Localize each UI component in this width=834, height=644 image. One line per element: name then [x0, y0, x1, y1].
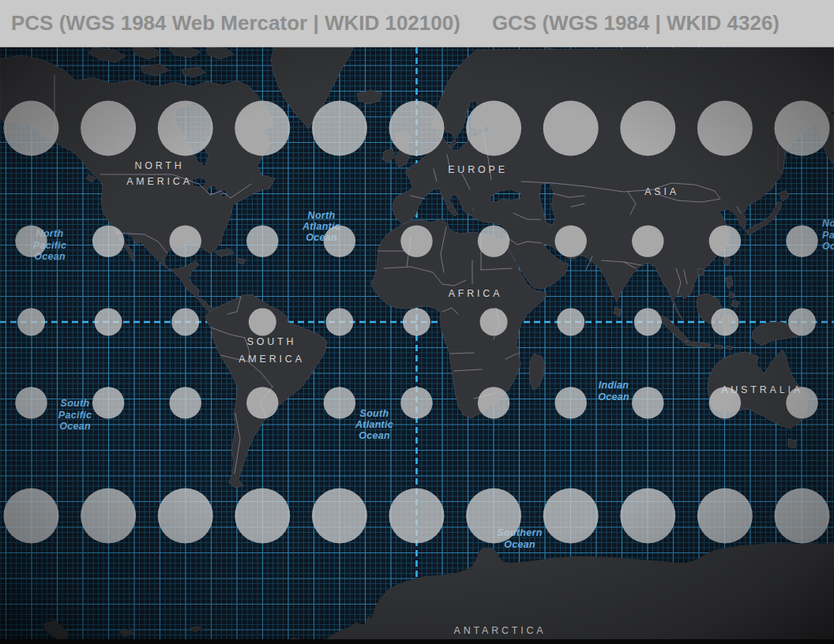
tissot-circle — [555, 225, 587, 256]
tissot-circle — [711, 309, 738, 336]
tissot-circle — [235, 101, 290, 156]
tissot-circle — [788, 309, 816, 336]
continent-label-europe: EUROPE — [448, 164, 508, 175]
tissot-circle — [249, 309, 276, 336]
pcs-label: PCS (WGS 1984 Web Mercator | WKID 102100… — [11, 11, 460, 36]
tissot-circle — [775, 489, 830, 544]
tissot-circle — [17, 309, 45, 336]
tissot-circle — [400, 225, 432, 256]
tissot-circle — [400, 387, 432, 418]
tissot-circle — [246, 387, 278, 418]
tissot-circle — [81, 101, 136, 156]
tissot-circle — [466, 101, 521, 156]
tissot-circle — [312, 101, 367, 156]
tissot-circle — [632, 387, 663, 418]
continent-label-australia: AUSTRALIA — [721, 384, 803, 395]
tissot-circle — [466, 489, 521, 544]
continent-label-asia: ASIA — [644, 186, 679, 197]
tissot-circle — [158, 489, 213, 544]
tissot-circle — [95, 309, 122, 336]
tissot-circle — [775, 101, 830, 156]
tissot-circle — [620, 489, 675, 544]
continent-label-antarctica: ANTARCTICA — [454, 625, 547, 636]
tissot-circle — [158, 101, 213, 156]
tissot-circle — [634, 309, 662, 336]
tissot-circle — [170, 225, 201, 256]
tissot-circle — [478, 387, 509, 418]
tissot-circle — [171, 309, 199, 336]
tissot-circle — [170, 387, 201, 418]
app-window: PCS (WGS 1984 Web Mercator | WKID 102100… — [0, 0, 834, 644]
projection-header-bar: PCS (WGS 1984 Web Mercator | WKID 102100… — [0, 0, 834, 47]
tissot-circle — [92, 225, 124, 256]
tissot-circle — [403, 309, 430, 336]
ocean-label-south-pacific-ocean: SouthPacificOcean — [58, 398, 92, 432]
tissot-circle — [4, 101, 59, 156]
tissot-circle — [324, 225, 355, 256]
tissot-circle — [480, 309, 508, 336]
continent-label-africa: AFRICA — [449, 288, 503, 299]
ocean-label-north-pacific-ocean-east: NorthPacificOcean — [822, 218, 834, 252]
tissot-circle — [786, 225, 817, 256]
tissot-circle — [543, 101, 599, 156]
tissot-circle — [235, 489, 290, 544]
tissot-circle — [709, 225, 741, 256]
tissot-circle — [632, 225, 663, 256]
tissot-circle — [81, 489, 136, 544]
map-viewport[interactable]: NorthPacificOceanNorthAtlanticOceanSouth… — [0, 47, 834, 644]
tissot-circle — [246, 225, 278, 256]
tissot-circle — [92, 387, 124, 418]
tissot-circle — [324, 387, 355, 418]
ocean-label-indian-ocean: IndianOcean — [598, 380, 629, 402]
tissot-circle — [389, 489, 445, 544]
tissot-circle — [557, 309, 584, 336]
tissot-circle — [697, 489, 753, 544]
tissot-circle — [15, 387, 47, 418]
tissot-circle — [389, 101, 445, 156]
tissot-circle — [478, 225, 509, 256]
tissot-circle — [697, 101, 753, 156]
tissot-circle — [312, 489, 367, 544]
tissot-circle — [4, 489, 59, 544]
ocean-label-south-atlantic-ocean: SouthAtlanticOcean — [355, 408, 393, 441]
tissot-circle — [620, 101, 675, 156]
gcs-label: GCS (WGS 1984 | WKID 4326) — [492, 11, 780, 36]
tissot-circle — [15, 225, 47, 256]
map-bottom-edge-strip — [0, 639, 834, 644]
tissot-circle — [543, 489, 599, 544]
world-map-canvas[interactable]: NorthPacificOceanNorthAtlanticOceanSouth… — [0, 47, 834, 644]
tissot-circle — [555, 387, 587, 418]
tissot-circle — [325, 309, 353, 336]
